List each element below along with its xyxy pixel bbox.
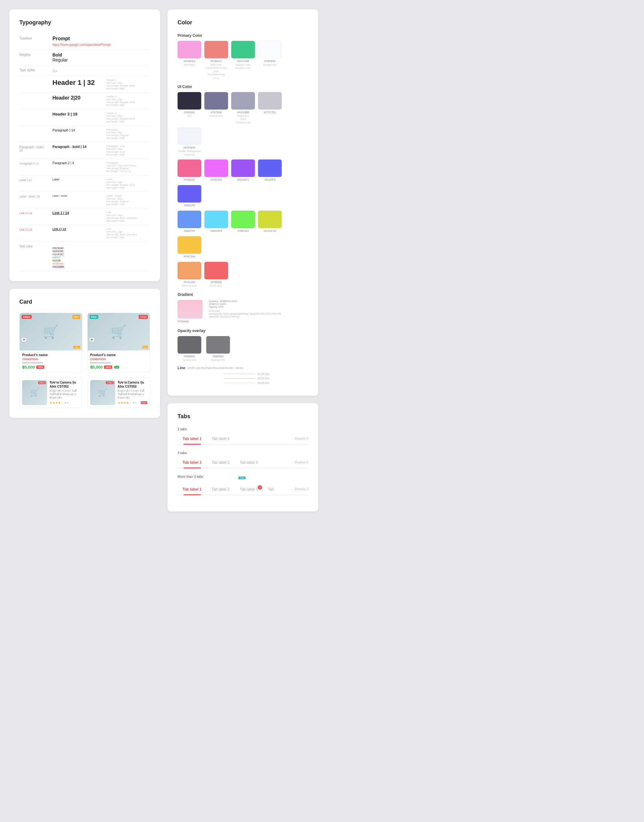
tab-1-label-1[interactable]: Tab label 1 (178, 434, 207, 443)
tab-1-label-2[interactable]: Tab label 2 (207, 434, 235, 443)
stroller-icon-1: 🛒 (43, 325, 59, 339)
gradient-row: #F06666 Gradient: #F9BFD2 100%#F88FC2 10… (178, 300, 308, 324)
price-row-2: ฿5,000 -90% -20 (90, 365, 147, 370)
tab-3-label-2[interactable]: Tab label 2 (207, 485, 235, 494)
swatch-box-bg (258, 41, 282, 58)
p2-sample: Paragraph 2 | 4 (52, 161, 101, 165)
card-panel: Card 🛒 180px New M 19px Product's name (9, 289, 160, 418)
badge-150-2: 150px (138, 315, 148, 319)
price-row-1: ฿5,000 -50% (22, 365, 80, 370)
tabs-panel: Tabs 2 tabs Tab label 1 Tab label 2 - Sh… (167, 403, 318, 511)
opacity-swatch-80: #595960 Opacity 80% (206, 336, 230, 362)
list-card-stars-row-1: ★★★★☆ ♥ 6 (50, 401, 80, 405)
typeface-link[interactable]: https://fonts.google.com/specimen/Prompt (52, 43, 111, 46)
primary-swatches: #F89FE2 Illustration #F0847C Main colorC… (178, 41, 308, 80)
swatch-desc-illustration: Illustration (184, 63, 195, 66)
p-bold-sample: Paragraph - bold | 14 (52, 145, 101, 149)
swatch-box-yellow (178, 236, 201, 254)
two-tabs-bar: Tab label 1 Tab label 2 - Shadow 3 (178, 434, 308, 445)
swatch-desc-error: Error color (210, 284, 222, 287)
label-sm-sample: Label - Small (52, 195, 101, 197)
h3-desc: Header 3 font-size: 18px font-weight: Re… (106, 112, 150, 123)
product-card-1[interactable]: 🛒 180px New M 19px Product's name CONDIT… (19, 313, 82, 372)
p2-desc: Paragraph font-size: 14px (0.875rem) fon… (106, 161, 150, 173)
swatch-box-magenta (204, 159, 228, 177)
review-count-1: ♥ 6 (65, 401, 68, 404)
text-colors: #303040 #662036 #4A4342 #4FF7 #2A39 #F08… (52, 247, 150, 268)
tab-3-label-1[interactable]: Tab label 1 (178, 485, 207, 494)
weight-regular: Regular (52, 57, 150, 63)
p-bold-desc: Paragraph - bold font-size: 14px font-we… (106, 145, 150, 156)
h1-label (19, 79, 48, 79)
line-hex-3: #E1E1F6 (258, 381, 269, 385)
list-badge-new-2: 140px (106, 381, 113, 384)
card-img-area-1: 🛒 180px New M 19px (20, 313, 82, 350)
p2-label: Paragraph 2 | 4 (19, 161, 48, 165)
swatch-box-cyan (204, 211, 228, 228)
tab-3-label-4[interactable]: Tab (263, 485, 279, 494)
swatch-header-bg: #F0F3FB Header BackgroundSeparator (178, 127, 201, 156)
swatch-box-yellow-green (258, 211, 282, 228)
swatch-hex-pink: #F06695 (184, 178, 195, 181)
typeface-name: Prompt (52, 36, 150, 41)
label-sm-label: Label - level | 10 (19, 195, 48, 198)
p-bold-row: Paragraph - bold | 14 Paragraph - bold |… (19, 142, 150, 159)
swatch-box-green (231, 211, 255, 228)
h3-row: Header 3 | 18 Header 3 font-size: 18px f… (19, 109, 150, 126)
two-tabs-section: 2 tabs Tab label 1 Tab label 2 - Shadow … (178, 427, 308, 445)
tab-2-label-2[interactable]: Tab label 2 (207, 458, 235, 467)
badge-m-1: M (21, 338, 26, 342)
swatch-indigo: #6164F5 (258, 159, 282, 182)
list-card-1[interactable]: 🛒 150px รับขาย Camera รุ่น Abix CST052 ต… (19, 377, 82, 408)
swatch-box-text (178, 92, 201, 110)
label-row: Label | 12 Label Label font-size: 12px f… (19, 175, 150, 192)
p-sample: Paragraph | 14 (52, 128, 101, 132)
product-condition-2: CONDITION (90, 357, 147, 361)
tab-2-label-3[interactable]: Tab label 3 (235, 458, 263, 467)
swatch-desc-warning: Warning color (182, 284, 197, 287)
weights-label: Weights (19, 52, 48, 57)
tabs-title: Tabs (178, 413, 308, 420)
ui-swatches: #303040 Text #767699 Default icon #A3A3B… (178, 92, 308, 156)
product-card-2[interactable]: 🛒 25px 150px M Ape Product's name CONDIT… (87, 313, 150, 372)
opacity-hex-90: #595960 (184, 355, 195, 358)
tab-size-badge: 32px (238, 477, 245, 479)
link1-desc: Link font-size: 14px font-weight: Bold, … (106, 211, 150, 222)
stroller-icon-3: 🛒 (30, 388, 39, 397)
list-card-2[interactable]: 🛒 140px รับขาย Camera รุ่น Abix CST052 ต… (87, 377, 150, 408)
more-tabs-section: More than 3 tabs 32px Tab label 1 Tab la… (178, 475, 308, 495)
swatch-hex-support: #3CCA89 (237, 60, 249, 63)
swatch-box-main (204, 41, 228, 58)
label-sm-desc: Label - Small font-size: 10px font-weigh… (106, 195, 150, 206)
swatch-blue: #6697F9 (178, 211, 201, 233)
list-card-info-1: รับขาย Camera รุ่น Abix CST052 ตัวอย่างต… (50, 380, 80, 405)
swatch-main: #F0847C Main colorCall to action buttonL… (204, 41, 228, 80)
p-label (19, 128, 48, 129)
h1-row: Header 1 | 32 Header 1 font-size: 32px f… (19, 76, 150, 93)
card-title: Card (19, 299, 150, 305)
swatch-cyan: #66D9F9 (204, 211, 228, 233)
product-card-grid: 🛒 180px New M 19px Product's name CONDIT… (19, 313, 150, 408)
opacity-hex-80: #595960 (213, 355, 224, 358)
swatch-hex-illustration: #F89FE2 (184, 60, 195, 63)
swatch-box-pink (178, 159, 201, 177)
tab-1-shadow-label: - Shadow 3 (292, 434, 308, 443)
link2-row: Link 2 | 12 Link 2 | 12 Link font-size: … (19, 225, 150, 242)
swatch-hex-main: #F0847C (210, 60, 222, 63)
primary-color-title: Primary Color (178, 34, 308, 38)
swatch-hex-purple: #9C54F2 (237, 178, 249, 181)
stroller-icon-2: 🛒 (111, 325, 126, 339)
review-count-2: ♥ 1 (133, 401, 136, 404)
tab-2-label-1[interactable]: Tab label 1 (178, 458, 207, 467)
badge-extra-1: 19px (73, 346, 80, 348)
line-swatch-3 (224, 383, 255, 383)
badge-m-2: M (89, 338, 95, 342)
swatch-bg: #F8FBFF Background (258, 41, 282, 80)
type-spec: 5px (52, 69, 57, 73)
badge-ape-2: Ape (142, 346, 148, 348)
link1-label: Link 1 | 14 (19, 211, 48, 215)
p-bold-label: Paragraph - bold | 14 (19, 145, 48, 152)
three-tabs-title: 3 tabs (178, 451, 308, 455)
swatch-warning: #F2A269 Warning color (178, 262, 201, 287)
badge-price-1: 180px (21, 315, 32, 319)
